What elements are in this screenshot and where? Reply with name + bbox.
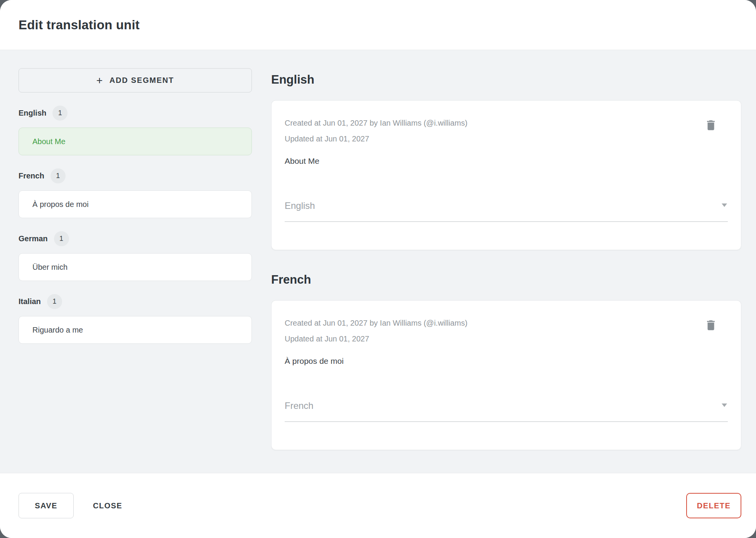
lang-label: English [19, 109, 46, 118]
created-at-line: Created at Jun 01, 2027 by Ian Williams … [285, 115, 728, 131]
language-select[interactable]: English [285, 200, 728, 222]
chevron-down-icon [722, 404, 727, 407]
section-french: French Created at Jun 01, 2027 by Ian Wi… [271, 272, 741, 450]
created-at-line: Created at Jun 01, 2027 by Ian Williams … [285, 315, 728, 331]
add-segment-button[interactable]: + ADD SEGMENT [19, 68, 252, 92]
lang-row: English 1 [19, 105, 252, 121]
lang-group-italian: Italian 1 Riguardo a me [19, 294, 252, 344]
trash-icon [704, 319, 717, 332]
edit-translation-unit-dialog: Edit translation unit + ADD SEGMENT Engl… [0, 0, 756, 538]
segment-item-french[interactable]: À propos de moi [19, 190, 252, 218]
segment-item-italian[interactable]: Riguardo a me [19, 316, 252, 344]
segment-editor-column: English Created at Jun 01, 2027 by Ian W… [271, 50, 741, 473]
segment-count-badge: 1 [52, 106, 68, 121]
segment-editor-card: Created at Jun 01, 2027 by Ian Williams … [271, 300, 741, 450]
language-select-value: English [285, 200, 315, 211]
dialog-header: Edit translation unit [0, 0, 756, 50]
plus-icon: + [96, 75, 103, 86]
lang-row: French 1 [19, 168, 252, 183]
section-heading: French [271, 272, 741, 288]
lang-group-french: French 1 À propos de moi [19, 168, 252, 218]
dialog-footer: SAVE CLOSE DELETE [0, 473, 756, 538]
save-button[interactable]: SAVE [19, 493, 74, 518]
section-english: English Created at Jun 01, 2027 by Ian W… [271, 72, 741, 250]
segment-text: À propos de moi [285, 355, 728, 367]
lang-label: German [19, 234, 48, 243]
lang-row: German 1 [19, 231, 252, 246]
chevron-down-icon [722, 203, 727, 207]
section-heading: English [271, 72, 741, 88]
segment-text: About Me [285, 155, 728, 167]
updated-at-line: Updated at Jun 01, 2027 [285, 131, 728, 147]
trash-icon [704, 119, 717, 132]
close-button[interactable]: CLOSE [88, 498, 128, 514]
segments-sidebar: + ADD SEGMENT English 1 About Me French … [19, 50, 252, 473]
segment-editor-card: Created at Jun 01, 2027 by Ian Williams … [271, 100, 741, 250]
lang-row: Italian 1 [19, 294, 252, 309]
language-select[interactable]: French [285, 400, 728, 422]
add-segment-label: ADD SEGMENT [110, 76, 174, 85]
segment-item-german[interactable]: Über mich [19, 253, 252, 281]
dialog-body: + ADD SEGMENT English 1 About Me French … [0, 50, 756, 473]
segment-count-badge: 1 [54, 231, 69, 246]
segment-item-english[interactable]: About Me [19, 128, 252, 155]
lang-group-german: German 1 Über mich [19, 231, 252, 281]
delete-button[interactable]: DELETE [686, 493, 741, 518]
delete-segment-button[interactable] [702, 317, 719, 334]
lang-label: Italian [19, 297, 41, 306]
segment-count-badge: 1 [47, 294, 62, 309]
page-title: Edit translation unit [19, 18, 140, 32]
segment-count-badge: 1 [51, 168, 66, 183]
lang-group-english: English 1 About Me [19, 105, 252, 155]
lang-label: French [19, 171, 44, 180]
delete-segment-button[interactable] [702, 117, 719, 134]
language-select-value: French [285, 400, 314, 411]
updated-at-line: Updated at Jun 01, 2027 [285, 331, 728, 347]
